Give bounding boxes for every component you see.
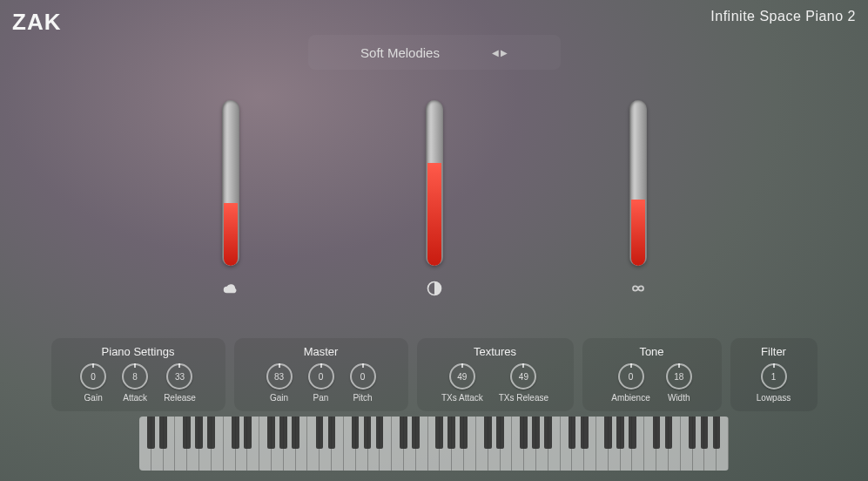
knob-label: Ambience <box>611 393 649 403</box>
knob-pan[interactable]: 0 <box>308 363 334 390</box>
white-key[interactable] <box>548 417 561 471</box>
white-key[interactable] <box>524 417 536 471</box>
cloud-icon <box>220 278 241 299</box>
white-key[interactable] <box>175 417 187 471</box>
white-key[interactable] <box>476 417 488 471</box>
knob-label: Release <box>164 393 196 403</box>
white-key[interactable] <box>693 417 705 471</box>
meter-infinity <box>628 100 649 299</box>
octave[interactable] <box>139 417 224 471</box>
knob-release[interactable]: 33 <box>166 363 192 390</box>
panel-master: Master 83Gain 0Pan 0Pitch <box>234 338 408 411</box>
white-key[interactable] <box>536 417 548 471</box>
preset-selector[interactable]: Soft Melodies ◀ ▶ <box>308 35 561 70</box>
white-key[interactable] <box>681 417 693 471</box>
next-preset-icon[interactable]: ▶ <box>501 48 508 58</box>
white-key[interactable] <box>488 417 501 471</box>
panel-title: Master <box>304 345 339 358</box>
white-key[interactable] <box>656 417 669 471</box>
octave[interactable] <box>561 417 645 471</box>
prev-preset-icon[interactable]: ◀ <box>492 48 499 58</box>
meter-fill <box>631 200 645 266</box>
white-key[interactable] <box>669 417 681 471</box>
white-key[interactable] <box>247 417 259 471</box>
knob-label: Attack <box>123 393 147 403</box>
octave[interactable] <box>392 417 476 471</box>
meter-fill <box>224 203 238 266</box>
white-key[interactable] <box>296 417 308 471</box>
white-key[interactable] <box>404 417 416 471</box>
white-key[interactable] <box>596 417 609 471</box>
knob-label: Lowpass <box>757 393 791 403</box>
white-key[interactable] <box>464 417 476 471</box>
preset-nav-arrows[interactable]: ◀ ▶ <box>492 48 508 58</box>
product-title: Infinite Space Piano 2 <box>710 9 856 24</box>
white-key[interactable] <box>224 417 236 471</box>
panel-title: Textures <box>474 345 516 358</box>
knob-label: Pan <box>313 393 329 403</box>
white-key[interactable] <box>584 417 596 471</box>
white-key[interactable] <box>501 417 513 471</box>
white-key[interactable] <box>440 417 452 471</box>
white-key[interactable] <box>621 417 633 471</box>
panel-tone: Tone 0Ambience 18Width <box>582 338 722 411</box>
white-key[interactable] <box>512 417 524 471</box>
knob-lowpass[interactable]: 1 <box>761 363 787 390</box>
white-key[interactable] <box>307 417 320 471</box>
control-panels: Piano Settings 0Gain 8Attack 33Release M… <box>35 338 833 411</box>
white-key[interactable] <box>704 417 717 471</box>
preset-name: Soft Melodies <box>360 45 440 60</box>
knob-label: Width <box>668 393 690 403</box>
white-key[interactable] <box>368 417 380 471</box>
white-key[interactable] <box>609 417 621 471</box>
meter-slider-cloud[interactable] <box>222 100 239 266</box>
panel-title: Filter <box>761 345 786 358</box>
knob-txs-attack[interactable]: 49 <box>449 363 475 390</box>
octave[interactable] <box>644 417 729 471</box>
panel-textures: Textures 49TXs Attack 49TXs Release <box>417 338 574 411</box>
knob-txs-release[interactable]: 49 <box>510 363 536 390</box>
white-key[interactable] <box>199 417 212 471</box>
octave[interactable] <box>476 417 561 471</box>
white-key[interactable] <box>320 417 332 471</box>
white-key[interactable] <box>236 417 248 471</box>
knob-label: TXs Release <box>499 393 548 403</box>
white-key[interactable] <box>356 417 368 471</box>
knob-pitch[interactable]: 0 <box>350 363 376 390</box>
white-key[interactable] <box>187 417 199 471</box>
white-key[interactable] <box>644 417 656 471</box>
octave[interactable] <box>307 417 392 471</box>
white-key[interactable] <box>416 417 428 471</box>
white-key[interactable] <box>212 417 224 471</box>
white-key[interactable] <box>344 417 356 471</box>
panel-title: Tone <box>639 345 663 358</box>
white-key[interactable] <box>272 417 284 471</box>
knob-width[interactable]: 18 <box>666 363 692 390</box>
white-key[interactable] <box>284 417 296 471</box>
white-key[interactable] <box>259 417 272 471</box>
white-key[interactable] <box>164 417 176 471</box>
knob-master-gain[interactable]: 83 <box>266 363 293 390</box>
octave[interactable] <box>224 417 308 471</box>
knob-gain[interactable]: 0 <box>80 363 106 390</box>
white-key[interactable] <box>380 417 392 471</box>
white-key[interactable] <box>717 417 729 471</box>
white-key[interactable] <box>151 417 164 471</box>
meter-slider-contrast[interactable] <box>426 100 443 266</box>
white-key[interactable] <box>632 417 644 471</box>
white-key[interactable] <box>572 417 584 471</box>
knob-ambience[interactable]: 0 <box>618 363 644 390</box>
white-key[interactable] <box>452 417 464 471</box>
white-key[interactable] <box>561 417 573 471</box>
meter-cloud <box>220 100 241 299</box>
white-key[interactable] <box>332 417 344 471</box>
meter-row <box>0 100 868 299</box>
meter-slider-infinity[interactable] <box>629 100 647 266</box>
knob-attack[interactable]: 8 <box>122 363 148 390</box>
piano-keyboard[interactable] <box>139 417 729 471</box>
knob-label: TXs Attack <box>441 393 483 403</box>
white-key[interactable] <box>428 417 441 471</box>
knob-label: Gain <box>270 393 288 403</box>
white-key[interactable] <box>139 417 151 471</box>
white-key[interactable] <box>392 417 404 471</box>
